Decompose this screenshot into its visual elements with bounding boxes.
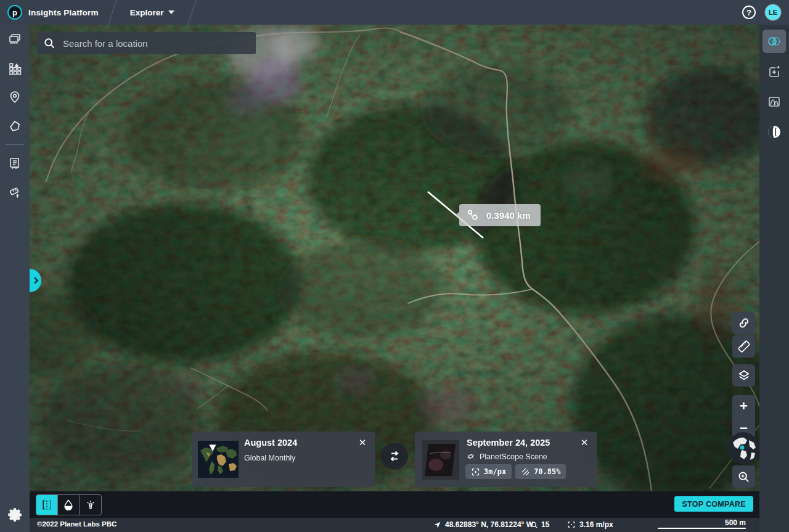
right-card-subtitle: PlanetScope Scene <box>480 452 547 461</box>
basemaps-grid-icon[interactable] <box>0 54 30 83</box>
map-marker-icon <box>208 443 218 453</box>
gear-icon[interactable] <box>0 501 30 528</box>
location-pin-icon[interactable] <box>0 83 30 112</box>
explorer-menu-label: Explorer <box>130 8 164 17</box>
bottom-bar: STOP COMPARE <box>30 491 759 518</box>
split-view-icon <box>41 499 53 511</box>
resolution-badge: 3m/px <box>465 464 512 479</box>
opacity-drop-button[interactable] <box>58 495 80 515</box>
app-logo: p Insights Platform <box>0 0 108 25</box>
search-icon <box>43 37 55 49</box>
compare-mode-toggle <box>36 494 102 515</box>
swap-compare-button[interactable] <box>381 443 408 470</box>
map-scale: 500 m <box>658 518 746 529</box>
globe-view-button[interactable] <box>727 432 759 465</box>
zoom-in-button[interactable]: + <box>732 395 755 417</box>
pixel-resolution-icon <box>567 520 576 529</box>
measure-tooltip: 0.3940 km <box>459 204 541 226</box>
close-icon[interactable]: ✕ <box>578 436 591 449</box>
swap-arrows-icon <box>387 449 402 464</box>
app-title: Insights Platform <box>28 8 99 17</box>
link-icon <box>737 316 751 330</box>
scene-thumbnail <box>422 440 459 480</box>
satellite-imagery <box>30 25 759 491</box>
chevron-right-icon <box>33 277 39 284</box>
measure-distance-icon <box>465 208 480 223</box>
cloud-cover-badge: 70.85% <box>515 464 566 479</box>
opacity-drop-icon <box>62 499 75 511</box>
compare-circles-icon[interactable] <box>762 30 786 53</box>
world-map-thumbnail <box>198 441 239 478</box>
stop-compare-button[interactable]: STOP COMPARE <box>674 496 753 512</box>
top-bar: p Insights Platform Explorer ? LE <box>0 0 789 25</box>
resolution-icon <box>471 467 480 477</box>
spotlight-icon <box>84 499 97 511</box>
tag-bolt-icon[interactable] <box>0 178 30 207</box>
close-icon[interactable]: ✕ <box>356 436 369 449</box>
copyright-text: ©2022 Planet Labs PBC <box>37 520 117 528</box>
left-card-title: August 2024 <box>244 438 297 448</box>
resolution-indicator: 3.16 m/px <box>567 520 613 529</box>
planet-logo-icon: p <box>7 5 22 20</box>
hatch-stripes-icon <box>521 467 530 477</box>
layers-button[interactable] <box>732 364 755 387</box>
satellite-icon <box>465 451 476 462</box>
search-input[interactable] <box>63 38 250 49</box>
spotlight-button[interactable] <box>80 495 101 515</box>
right-card-title: September 24, 2025 <box>467 438 550 448</box>
help-icon[interactable]: ? <box>742 6 756 19</box>
measure-tool-button[interactable] <box>732 335 755 358</box>
search-bar <box>37 32 256 54</box>
compare-scenes-icon[interactable] <box>0 25 30 54</box>
zoom-area-icon <box>737 470 750 483</box>
compare-card-scene[interactable]: September 24, 2025 PlanetScope Scene 3m/… <box>415 432 597 487</box>
left-card-subtitle: Global Monthly <box>244 454 295 462</box>
explorer-menu[interactable]: Explorer <box>117 0 189 25</box>
scale-label: 500 m <box>725 518 746 527</box>
globe-icon <box>727 432 759 465</box>
cursor-coordinates: 48.62883° N, 76.81224° W <box>433 520 533 529</box>
status-bar: ©2022 Planet Labs PBC 48.62883° N, 76.81… <box>0 518 759 532</box>
scale-bar <box>658 528 746 529</box>
polygon-aoi-icon[interactable] <box>0 112 30 141</box>
layers-icon <box>737 369 751 382</box>
split-view-button[interactable] <box>36 495 58 515</box>
magnifier-icon <box>530 521 538 529</box>
ruler-icon <box>737 340 751 353</box>
right-sidebar <box>759 25 789 532</box>
zoom-level-indicator: 15 <box>530 520 549 529</box>
zoom-to-area-button[interactable] <box>732 465 755 488</box>
histogram-icon[interactable] <box>762 90 786 113</box>
left-sidebar <box>0 25 30 532</box>
topbar-separator <box>187 0 198 29</box>
avatar[interactable]: LE <box>764 4 782 21</box>
measure-value: 0.3940 km <box>486 210 531 221</box>
contrast-moon-icon[interactable] <box>762 120 786 144</box>
chevron-down-icon <box>168 10 174 14</box>
notebook-icon[interactable] <box>0 149 30 178</box>
share-link-button[interactable] <box>732 312 755 334</box>
map-canvas[interactable]: 0.3940 km August 2024 Global Monthly ✕ <box>30 25 759 491</box>
compare-card-basemap[interactable]: August 2024 Global Monthly ✕ <box>192 432 375 487</box>
sidebar-divider <box>6 144 24 145</box>
add-scene-icon[interactable] <box>762 60 786 83</box>
cursor-location-icon <box>433 521 441 529</box>
